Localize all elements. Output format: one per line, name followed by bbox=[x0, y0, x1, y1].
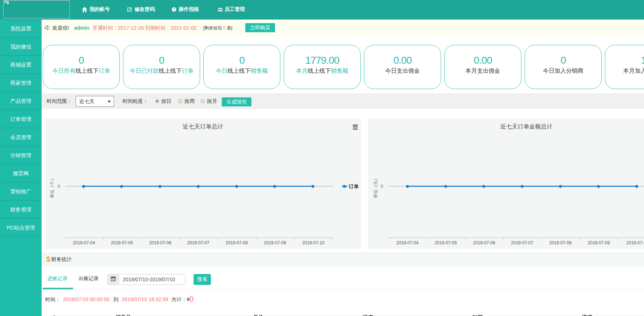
svg-text:?: ? bbox=[173, 8, 175, 11]
